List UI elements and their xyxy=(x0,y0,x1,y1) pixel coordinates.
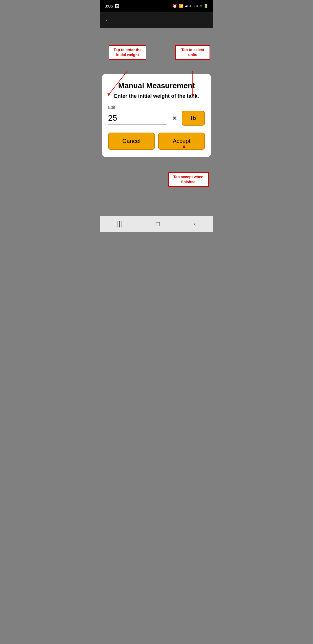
nav-menu-button[interactable]: ||| xyxy=(117,220,122,228)
clear-button[interactable]: ✕ xyxy=(171,113,178,123)
image-icon: 🖼 xyxy=(115,3,119,8)
weight-input[interactable] xyxy=(108,112,167,124)
top-bar: ← xyxy=(100,12,213,28)
cancel-button[interactable]: Cancel xyxy=(108,133,155,150)
annotation-units: Tap to select units xyxy=(175,45,210,60)
accept-button[interactable]: Accept xyxy=(158,133,205,150)
nav-bar: ||| □ ‹ xyxy=(100,216,213,232)
modal-subtitle: Enter the initial weight of the tank. xyxy=(108,93,205,99)
annotation-weight: Tap to enter the initial weight xyxy=(109,45,146,60)
modal-title: Manual Measurement xyxy=(108,81,205,90)
wifi-icon: 📶 xyxy=(179,4,183,8)
modal-dialog: Manual Measurement Enter the initial wei… xyxy=(102,74,211,157)
units-button[interactable]: lb xyxy=(182,111,205,126)
button-row: Cancel Accept xyxy=(108,133,205,150)
battery-display: 81% xyxy=(194,4,202,8)
alarm-icon: ⏰ xyxy=(172,4,177,8)
weight-input-wrap xyxy=(108,112,167,124)
page: 3:05 🖼 ⏰ 📶 4GE 81% 🔋 ← Tap xyxy=(100,0,213,232)
status-left: 3:05 🖼 xyxy=(105,3,119,8)
content-area: Tap to enter the initial weight Tap to s… xyxy=(100,28,213,216)
time-display: 3:05 xyxy=(105,3,113,8)
battery-icon: 🔋 xyxy=(204,4,208,8)
nav-back-button[interactable]: ‹ xyxy=(194,220,196,228)
annotation-accept: Tap accept when finished xyxy=(168,172,209,187)
input-label: Edit xyxy=(108,105,205,110)
signal-icon: 4GE xyxy=(185,4,193,8)
status-bar: 3:05 🖼 ⏰ 📶 4GE 81% 🔋 xyxy=(100,0,213,12)
input-row: ✕ lb xyxy=(108,111,205,126)
status-right: ⏰ 📶 4GE 81% 🔋 xyxy=(172,4,208,8)
nav-home-button[interactable]: □ xyxy=(156,220,160,228)
back-button[interactable]: ← xyxy=(105,16,112,24)
